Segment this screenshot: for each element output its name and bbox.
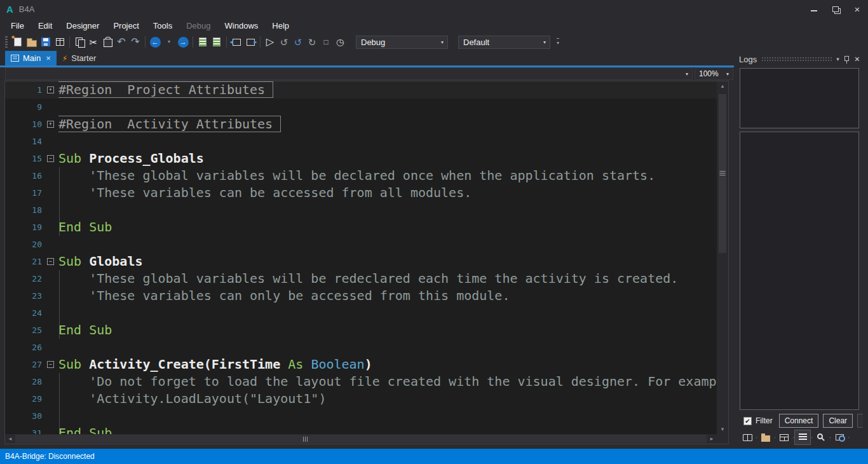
code-line-30[interactable]: 30 xyxy=(5,407,717,425)
code-line-28[interactable]: 28 'Do not forget to load the layout fil… xyxy=(5,373,717,390)
code-line-25[interactable]: 25End Sub xyxy=(5,322,717,339)
clear-button[interactable]: Clear xyxy=(823,414,853,428)
uncomment-block-button[interactable] xyxy=(210,34,224,50)
search-window-button[interactable] xyxy=(832,430,847,444)
vertical-scrollbar[interactable]: ▴ ▾ xyxy=(717,81,728,434)
code-area[interactable]: 1+#Region Project Attributes 910+#Region… xyxy=(5,81,717,434)
back-history-dropdown-button[interactable]: ▾ xyxy=(162,34,176,50)
code-line-9[interactable]: 9 xyxy=(5,99,717,116)
undo-button[interactable]: ↶ xyxy=(114,34,128,50)
menu-item-debug[interactable]: Debug xyxy=(180,21,216,31)
navigate-back-button[interactable]: ← xyxy=(148,34,162,50)
zoom-select[interactable]: 100% ▾ xyxy=(695,67,733,80)
build-configuration-select[interactable]: Debug ▾ xyxy=(356,36,448,49)
code-line-10[interactable]: 10+#Region Activity Attributes xyxy=(5,116,717,133)
menu-item-designer[interactable]: Designer xyxy=(60,21,105,31)
resume-button[interactable]: ↺ xyxy=(291,34,305,50)
window-controls: × xyxy=(803,0,868,18)
list-button[interactable]: List xyxy=(857,414,863,428)
paste-button[interactable] xyxy=(100,34,114,50)
logs-output-box-main[interactable] xyxy=(740,132,859,410)
scroll-down-icon[interactable]: ▾ xyxy=(717,425,728,434)
horizontal-scrollbar-thumb[interactable] xyxy=(15,435,707,443)
code-line-16[interactable]: 16 'These global variables will be decla… xyxy=(5,167,717,184)
fold-toggle-icon[interactable]: − xyxy=(47,258,54,265)
logs-list-button[interactable] xyxy=(795,430,810,444)
tab-starter[interactable]: ⚡Starter xyxy=(57,51,102,65)
member-selector[interactable]: ▾ xyxy=(5,67,693,80)
libraries-book-button[interactable] xyxy=(740,430,755,444)
find-all-button[interactable] xyxy=(813,430,829,444)
fold-toggle-icon[interactable]: + xyxy=(47,121,54,128)
menu-item-edit[interactable]: Edit xyxy=(32,21,58,31)
code-line-17[interactable]: 17 'These variables can be accessed from… xyxy=(5,184,717,201)
pin-icon[interactable] xyxy=(844,56,849,61)
menu-item-file[interactable]: File xyxy=(5,21,30,31)
tab-close-icon[interactable]: × xyxy=(46,53,51,63)
fold-toggle-icon[interactable]: − xyxy=(47,155,54,162)
toolbar-overflow-icon[interactable]: ▾ xyxy=(557,38,559,46)
code-line-22[interactable]: 22 'These global variables will be redec… xyxy=(5,270,717,287)
run-button[interactable]: ▷ xyxy=(263,34,277,50)
code-line-19[interactable]: 19End Sub xyxy=(5,219,717,236)
new-file-button[interactable] xyxy=(11,34,25,50)
redo-button[interactable]: ↷ xyxy=(128,34,142,50)
code-line-24[interactable]: 24 xyxy=(5,304,717,322)
files-folder-button[interactable] xyxy=(758,430,773,444)
code-line-15[interactable]: 15−Sub Process_Globals xyxy=(5,150,717,167)
fold-margin xyxy=(47,339,58,356)
rebuild-button[interactable]: ↺ xyxy=(277,34,291,50)
build-timer-button[interactable]: ◷ xyxy=(333,34,347,50)
panel-menu-icon[interactable]: ▾ xyxy=(836,56,839,62)
code-editor[interactable]: 1+#Region Project Attributes 910+#Region… xyxy=(4,81,729,444)
code-line-26[interactable]: 26 xyxy=(5,339,717,356)
code-line-1[interactable]: 1+#Region Project Attributes xyxy=(5,81,717,99)
code-line-27[interactable]: 27−Sub Activity_Create(FirstTime As Bool… xyxy=(5,356,717,373)
save-button[interactable] xyxy=(39,34,53,50)
scroll-right-icon[interactable]: ▸ xyxy=(707,434,717,444)
code-line-20[interactable]: 20 xyxy=(5,236,717,253)
scroll-up-icon[interactable]: ▴ xyxy=(717,81,728,91)
cut-button[interactable]: ✂ xyxy=(86,34,100,50)
previous-module-button[interactable] xyxy=(229,34,243,50)
connect-button[interactable]: Connect xyxy=(779,414,819,428)
vertical-scrollbar-thumb[interactable] xyxy=(719,94,726,253)
code-line-29[interactable]: 29 'Activity.LoadLayout("Layout1") xyxy=(5,390,717,407)
comment-block-button[interactable] xyxy=(196,34,210,50)
logs-list-icon xyxy=(799,433,807,441)
fold-toggle-icon[interactable]: − xyxy=(47,361,54,368)
fold-toggle-icon[interactable]: + xyxy=(47,86,54,93)
scroll-left-icon[interactable]: ◂ xyxy=(5,434,15,444)
next-module-button[interactable] xyxy=(243,34,257,50)
code-line-14[interactable]: 14 xyxy=(5,133,717,150)
menu-item-help[interactable]: Help xyxy=(266,21,295,31)
menu-item-windows[interactable]: Windows xyxy=(219,21,264,31)
layout-variant-select[interactable]: Default ▾ xyxy=(458,36,550,49)
filter-checkbox[interactable]: ✔ xyxy=(743,417,752,425)
tab-main[interactable]: Main× xyxy=(5,51,57,65)
code-line-31[interactable]: 31End Sub xyxy=(5,425,717,434)
code-line-23[interactable]: 23 'These variables can only be accessed… xyxy=(5,287,717,304)
menu-item-project[interactable]: Project xyxy=(107,21,144,31)
navigate-forward-button[interactable]: → xyxy=(176,34,190,50)
open-project-button[interactable] xyxy=(25,34,39,50)
restart-button[interactable]: ↻ xyxy=(305,34,319,50)
package-button[interactable] xyxy=(53,34,67,50)
minimize-button[interactable] xyxy=(803,0,825,18)
previous-module-icon xyxy=(233,39,241,46)
bridge-status-text: B4A-Bridge: Disconnected xyxy=(5,452,95,461)
collapsed-region-box[interactable]: #Region Activity Attributes xyxy=(58,116,280,132)
restore-button[interactable] xyxy=(825,0,846,18)
stop-button[interactable]: □ xyxy=(319,34,333,50)
menu-item-tools[interactable]: Tools xyxy=(147,21,178,31)
code-line-18[interactable]: 18 xyxy=(5,201,717,219)
logs-output-box-top[interactable] xyxy=(740,68,859,128)
horizontal-scrollbar[interactable]: ◂ ▸ xyxy=(5,434,717,444)
code-line-21[interactable]: 21−Sub Globals xyxy=(5,253,717,270)
logs-panel-header[interactable]: Logs ▾ × xyxy=(736,53,863,65)
modules-layout-button[interactable] xyxy=(776,430,792,444)
copy-button[interactable] xyxy=(72,34,86,50)
collapsed-region-box[interactable]: #Region Project Attributes xyxy=(58,82,273,97)
panel-close-icon[interactable]: × xyxy=(855,54,860,64)
close-button[interactable]: × xyxy=(846,0,868,18)
